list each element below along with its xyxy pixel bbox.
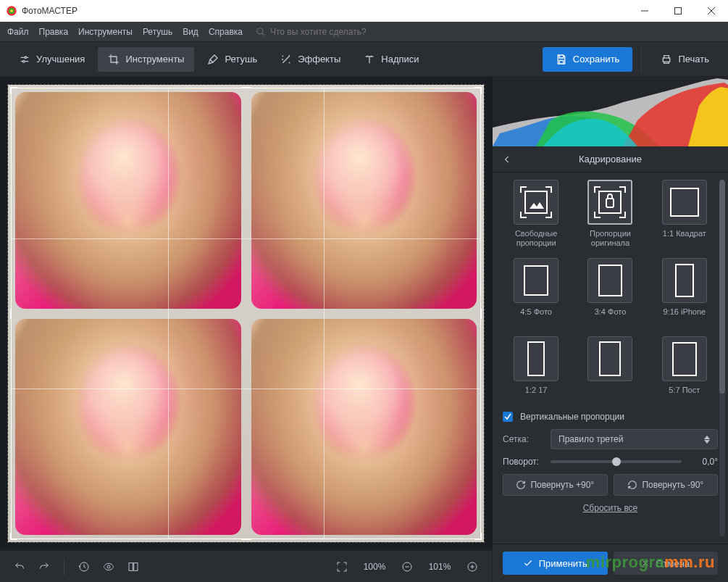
history-button[interactable] [75, 557, 93, 576]
crop-handle[interactable] [10, 87, 17, 94]
tab-effects[interactable]: Эффекты [270, 47, 351, 72]
panel-scrollbar[interactable] [719, 180, 725, 536]
check-icon [523, 558, 533, 568]
svg-point-2 [10, 9, 13, 12]
preset-free[interactable]: Свободные пропорции [503, 180, 569, 248]
tab-enhance[interactable]: Улучшения [9, 47, 95, 72]
tab-captions-label: Надписи [381, 54, 419, 65]
grid-line [12, 388, 480, 389]
crop-handle[interactable] [10, 309, 17, 319]
vertical-checkbox[interactable] [503, 412, 513, 422]
zoom-fit-value: 100% [357, 562, 392, 572]
crop-handle[interactable] [474, 309, 482, 319]
preset-label: Пропорции оригинала [577, 229, 643, 248]
save-button-label: Сохранить [573, 54, 620, 65]
histogram [493, 77, 728, 146]
cancel-button[interactable]: Отмена [614, 552, 719, 575]
svg-rect-15 [606, 199, 614, 207]
separator [64, 558, 64, 575]
maximize-button[interactable] [661, 0, 695, 22]
canvas-bottom-bar: 100% 101% [0, 550, 492, 582]
crop-handle[interactable] [241, 533, 251, 540]
crop-handle[interactable] [474, 533, 482, 540]
search-input[interactable] [270, 27, 415, 37]
menu-bar: Файл Правка Инструменты Ретушь Вид Справ… [0, 22, 728, 42]
redo-button[interactable] [35, 557, 54, 576]
preset-label: 1:2 17 [525, 386, 548, 404]
crop-icon [108, 54, 120, 65]
crop-handle[interactable] [241, 87, 251, 94]
grid-select-value: Правило третей [558, 434, 623, 444]
preset-4-5[interactable]: 4:5 Фото [503, 258, 569, 326]
print-icon [661, 54, 672, 65]
crop-handle[interactable] [474, 87, 482, 94]
panel-header: Кадрирование [493, 146, 728, 172]
preset-9-16[interactable]: 9:16 iPhone [651, 258, 718, 326]
grid-line [12, 238, 480, 239]
apply-button-label: Применить [539, 558, 587, 569]
rotate-cw-label: Повернуть +90° [530, 480, 594, 490]
minimize-button[interactable] [628, 0, 661, 22]
grid-line [168, 88, 169, 539]
menu-retouch[interactable]: Ретушь [143, 27, 172, 37]
preset-label: 3:4 Фото [595, 307, 627, 326]
grid-select[interactable]: Правило третей [551, 429, 718, 449]
zoom-in-button[interactable] [463, 557, 482, 576]
back-button[interactable] [500, 152, 514, 167]
svg-rect-3 [675, 8, 682, 14]
menu-edit[interactable]: Правка [39, 27, 69, 37]
menu-file[interactable]: Файл [7, 27, 29, 37]
preset-original[interactable]: Пропорции оригинала [577, 180, 643, 248]
preset-mid[interactable] [577, 336, 643, 404]
preset-5-7[interactable]: 5:7 Пост [651, 336, 718, 404]
rotate-ccw-label: Повернуть -90° [642, 480, 703, 490]
svg-rect-7 [664, 58, 670, 62]
x-icon [641, 559, 650, 568]
preset-1-2[interactable]: 1:2 17 [503, 336, 569, 404]
rotate-cw-button[interactable]: Повернуть +90° [503, 474, 608, 496]
panel-title: Кадрирование [579, 154, 642, 165]
menu-view[interactable]: Вид [183, 27, 198, 37]
rotate-cw-icon [516, 480, 526, 490]
preset-3-4[interactable]: 3:4 Фото [577, 258, 643, 326]
tab-retouch[interactable]: Ретушь [197, 47, 267, 72]
preview-toggle-button[interactable] [99, 557, 118, 576]
reset-all-link[interactable]: Сбросить все [503, 503, 718, 513]
scrollbar-thumb[interactable] [719, 180, 725, 394]
menu-help[interactable]: Справка [209, 27, 243, 37]
vertical-checkbox-label: Вертикальные пропорции [520, 412, 624, 422]
undo-button[interactable] [10, 557, 29, 576]
zoom-out-button[interactable] [398, 557, 417, 576]
grid-row: Сетка: Правило третей [503, 429, 718, 449]
close-button[interactable] [695, 0, 728, 22]
image-canvas[interactable] [7, 84, 485, 543]
rotation-row: Поворот: 0,0° [503, 457, 718, 467]
crop-handle[interactable] [10, 533, 17, 540]
apply-button[interactable]: Применить [503, 552, 608, 575]
print-button[interactable]: Печать [650, 47, 719, 72]
tab-enhance-label: Улучшения [36, 54, 85, 65]
svg-point-8 [107, 565, 110, 568]
fit-screen-button[interactable] [332, 557, 351, 576]
save-button[interactable]: Сохранить [543, 47, 633, 72]
tab-retouch-label: Ретушь [225, 54, 257, 65]
tab-tools[interactable]: Инструменты [98, 47, 194, 72]
rotation-slider[interactable] [551, 460, 682, 463]
preset-square[interactable]: 1:1 Квадрат [651, 180, 718, 248]
preset-label: 9:16 iPhone [663, 307, 706, 326]
app-logo-icon [6, 5, 17, 17]
tab-captions[interactable]: Надписи [353, 47, 429, 72]
svg-rect-10 [134, 562, 138, 570]
rotate-ccw-button[interactable]: Повернуть -90° [614, 474, 719, 496]
rotation-value: 0,0° [689, 457, 718, 467]
svg-rect-13 [525, 191, 547, 213]
window-title: ФотоМАСТЕР [22, 6, 78, 16]
menu-tools[interactable]: Инструменты [78, 27, 133, 37]
separator [641, 47, 642, 72]
rotation-label: Поворот: [503, 457, 543, 467]
slider-knob[interactable] [612, 457, 621, 466]
compare-button[interactable] [124, 557, 143, 576]
grid-label: Сетка: [503, 434, 543, 444]
vertical-proportions-row: Вертикальные пропорции [503, 412, 718, 422]
crop-outline[interactable] [11, 88, 481, 539]
